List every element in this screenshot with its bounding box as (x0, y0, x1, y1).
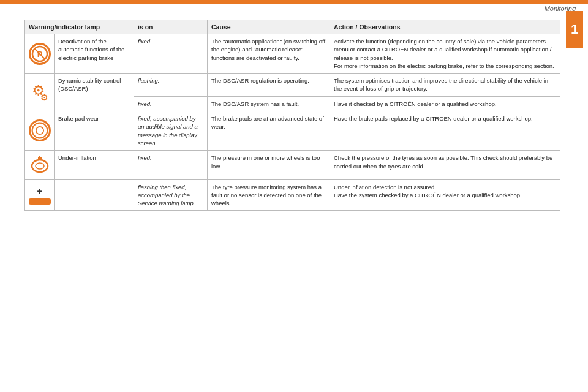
epb-icon: P (29, 43, 51, 65)
table-header-row: Warning/indicator lamp is on Cause Actio… (25, 20, 560, 34)
cause-cell-inflation: The pressure in one or more wheels is to… (208, 151, 330, 179)
action-cell-tpms: Under inflation detection is not assured… (330, 179, 560, 211)
ison-cell-tpms: flashing then fixed, accompanied by the … (134, 179, 208, 211)
plus-icon: + (29, 186, 51, 197)
dsc-label: Dynamic stability control (DSC/ASR) (58, 77, 121, 92)
top-bar (0, 0, 588, 4)
inflation-label: Under-inflation (58, 154, 96, 161)
svg-point-7 (32, 160, 48, 172)
table-row: ⚙ ⚙ Dynamic stability control (DSC/ASR) … (25, 74, 560, 97)
label-cell-tpms (55, 179, 134, 211)
table-row: + flashing then fixed, accompanied by th… (25, 179, 560, 211)
dsc-svg: ⚙ ⚙ (29, 81, 50, 102)
main-content: Warning/indicator lamp is on Cause Actio… (24, 20, 560, 380)
label-cell-epb: Deactivation of the automatic functions … (55, 34, 134, 74)
label-cell-dsc: Dynamic stability control (DSC/ASR) (55, 74, 134, 111)
col-cause: Cause (208, 20, 330, 34)
label-cell-inflation: Under-inflation (55, 151, 134, 179)
chapter-number: 1 (566, 11, 583, 48)
svg-point-6 (36, 126, 43, 134)
table-row: P Deactivation of the automatic function… (25, 34, 560, 74)
col-ison: is on (134, 20, 208, 34)
action-cell-brake: Have the brake pads replaced by a CITROË… (330, 111, 560, 151)
tpms-action-text: Under inflation detection is not assured… (334, 184, 522, 198)
table-row: Under-inflation fixed. The pressure in o… (25, 151, 560, 179)
svg-point-8 (36, 163, 44, 169)
icon-cell-tpms: + (25, 179, 55, 211)
action-cell-dsc-1: The system optimises traction and improv… (330, 74, 560, 97)
icon-cell-dsc: ⚙ ⚙ (25, 74, 55, 111)
epb-action-text: Activate the function (depending on the … (334, 38, 554, 69)
action-cell-epb: Activate the function (depending on the … (330, 34, 560, 74)
ison-cell-dsc-1: flashing. (134, 74, 208, 97)
epb-label: Deactivation of the automatic functions … (58, 38, 124, 61)
tpms-bar-icon (29, 198, 51, 205)
action-cell-inflation: Check the pressure of the tyres as soon … (330, 151, 560, 179)
svg-point-5 (32, 123, 47, 138)
brake-label: Brake pad wear (58, 115, 99, 122)
ison-cell-inflation: fixed. (134, 151, 208, 179)
label-cell-brake: Brake pad wear (55, 111, 134, 151)
epb-svg: P (31, 45, 48, 62)
col-warning: Warning/indicator lamp (25, 20, 134, 34)
icon-cell-brake (25, 111, 55, 151)
action-cell-dsc-2: Have it checked by a CITROËN dealer or a… (330, 96, 560, 111)
brake-svg (31, 120, 49, 141)
icon-cell-inflation (25, 151, 55, 179)
cause-cell-tpms: The tyre pressure monitoring system has … (208, 179, 330, 211)
warning-table: Warning/indicator lamp is on Cause Actio… (24, 20, 560, 211)
ison-cell-epb: fixed. (134, 34, 208, 74)
brake-icon (29, 119, 51, 141)
ison-cell-dsc-2: fixed. (134, 96, 208, 111)
svg-text:⚙: ⚙ (40, 92, 48, 102)
inflation-svg (29, 154, 50, 175)
table-row: Brake pad wear fixed, accompanied by an … (25, 111, 560, 151)
cause-cell-epb: The "automatic application" (on switchin… (208, 34, 330, 74)
dsc-icon: ⚙ ⚙ (29, 80, 51, 102)
cause-cell-dsc-2: The DSC/ASR system has a fault. (208, 96, 330, 111)
col-action: Action / Observations (330, 20, 560, 34)
icon-cell-epb: P (25, 34, 55, 74)
inflation-icon (29, 153, 51, 175)
cause-cell-brake: The brake pads are at an advanced state … (208, 111, 330, 151)
ison-cell-brake: fixed, accompanied by an audible signal … (134, 111, 208, 151)
cause-cell-dsc-1: The DSC/ASR regulation is operating. (208, 74, 330, 97)
